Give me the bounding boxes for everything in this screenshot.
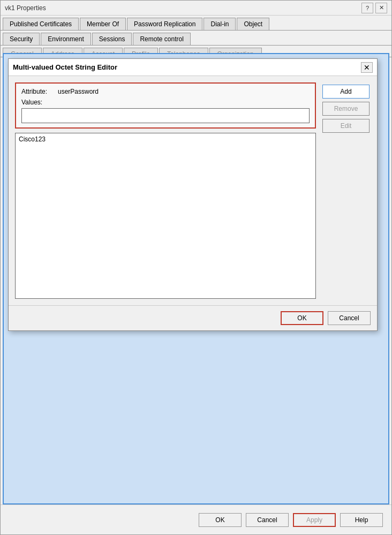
close-button[interactable]: ✕ <box>375 3 387 13</box>
values-input[interactable] <box>21 108 310 123</box>
tab-security[interactable]: Security <box>3 33 40 45</box>
tab-member-of[interactable]: Member Of <box>80 18 126 30</box>
attribute-row: Attribute: userPassword <box>21 88 310 95</box>
modal-title: Multi-valued Octet String Editor <box>13 63 117 71</box>
values-listbox[interactable]: Cisco123 <box>15 133 316 299</box>
main-window: vk1 Properties ? ✕ Published Certificate… <box>0 0 392 535</box>
bottom-buttons: OK Cancel Apply Help <box>1 504 391 534</box>
list-item: Cisco123 <box>16 133 315 145</box>
modal-title-bar: Multi-valued Octet String Editor ✕ <box>9 59 377 76</box>
modal-dialog: Multi-valued Octet String Editor ✕ Attri… <box>8 58 378 331</box>
title-bar: vk1 Properties ? ✕ <box>1 1 391 16</box>
modal-body: Attribute: userPassword Values: Cisco123… <box>9 76 377 305</box>
tab-environment[interactable]: Environment <box>41 33 91 45</box>
modal-left-panel: Attribute: userPassword Values: Cisco123 <box>15 82 316 299</box>
modal-ok-button[interactable]: OK <box>281 311 323 325</box>
attribute-value: userPassword <box>58 88 99 95</box>
add-button[interactable]: Add <box>322 85 370 99</box>
attribute-label: Attribute: <box>21 88 54 95</box>
tab-sessions[interactable]: Sessions <box>92 33 132 45</box>
modal-cancel-button[interactable]: Cancel <box>328 311 371 325</box>
remove-button[interactable]: Remove <box>322 102 370 116</box>
help-bottom-button[interactable]: Help <box>340 513 383 527</box>
edit-button[interactable]: Edit <box>322 119 370 133</box>
tab-dial-in[interactable]: Dial-in <box>203 18 236 30</box>
tab-password-replication[interactable]: Password Replication <box>127 18 202 30</box>
values-label: Values: <box>21 99 310 106</box>
tab-published-certificates[interactable]: Published Certificates <box>3 18 79 30</box>
modal-close-button[interactable]: ✕ <box>361 62 373 73</box>
window-title: vk1 Properties <box>5 4 46 12</box>
apply-button[interactable]: Apply <box>293 513 336 527</box>
modal-right-panel: Add Remove Edit <box>322 82 371 299</box>
modal-overlay: Multi-valued Octet String Editor ✕ Attri… <box>3 53 389 504</box>
tab-object[interactable]: Object <box>237 18 269 30</box>
help-button[interactable]: ? <box>361 3 373 13</box>
title-bar-controls: ? ✕ <box>361 3 387 13</box>
modal-footer: OK Cancel <box>9 305 377 330</box>
cancel-button[interactable]: Cancel <box>246 513 289 527</box>
tabs-row-2: Security Environment Sessions Remote con… <box>1 31 391 46</box>
tab-remote-control[interactable]: Remote control <box>133 33 190 45</box>
attribute-section: Attribute: userPassword Values: <box>15 82 316 129</box>
tabs-row-1: Published Certificates Member Of Passwor… <box>1 16 391 31</box>
ok-button[interactable]: OK <box>199 513 242 527</box>
